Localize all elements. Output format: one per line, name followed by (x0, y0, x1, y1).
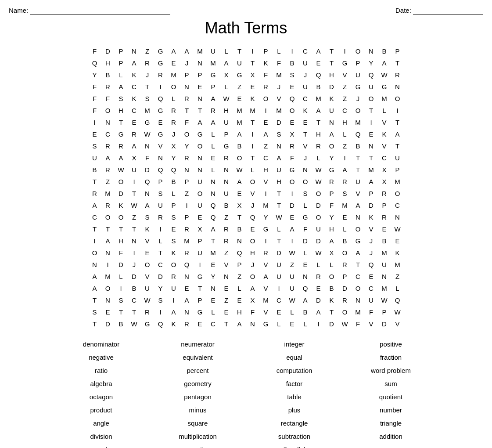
name-label: Name: (9, 7, 28, 14)
grid-cell-4-2: S (115, 93, 128, 105)
grid-cell-23-20: F (352, 318, 365, 330)
grid-cell-16-14: T (273, 235, 286, 247)
grid-cell-10-6: Q (167, 164, 180, 176)
grid-cell-5-22: L (378, 105, 391, 116)
word-item-2-2: computation (246, 365, 343, 376)
word-item-5-0: product (53, 405, 150, 415)
grid-cell-6-12: T (246, 116, 259, 128)
grid-cell-17-22: M (378, 247, 391, 259)
grid-cell-6-4: G (141, 116, 154, 128)
grid-cell-9-8: N (194, 152, 207, 164)
grid-cell-3-5: I (154, 81, 167, 93)
grid-cell-9-10: R (220, 152, 233, 164)
grid-cell-7-0: E (88, 128, 101, 140)
grid-cell-5-2: H (115, 105, 128, 116)
grid-cell-3-0: F (88, 81, 101, 93)
grid-cell-22-1: E (101, 306, 115, 318)
grid-cell-4-9: A (207, 93, 220, 105)
grid-cell-11-10: N (220, 176, 233, 188)
grid-cell-13-9: Q (207, 199, 220, 211)
grid-cell-18-21: Q (365, 259, 378, 271)
grid-cell-1-0: Q (88, 57, 101, 69)
grid-cell-6-19: H (338, 116, 352, 128)
grid-cell-19-14: U (273, 271, 286, 282)
grid-cell-20-17: E (312, 282, 325, 294)
grid-cell-7-3: R (128, 128, 141, 140)
grid-cell-11-3: I (128, 176, 141, 188)
grid-row-15: TTTTKIERXARBEGLAFUHLOVEW (88, 223, 404, 235)
grid-cell-20-19: D (338, 282, 352, 294)
grid-cell-11-6: B (167, 176, 180, 188)
grid-cell-6-5: E (154, 116, 167, 128)
grid-cell-6-21: I (365, 116, 378, 128)
grid-cell-8-0: S (88, 140, 101, 152)
grid-cell-13-21: D (365, 199, 378, 211)
grid-cell-11-2: O (115, 176, 128, 188)
grid-cell-13-7: I (180, 199, 194, 211)
grid-cell-12-2: D (115, 188, 128, 199)
grid-cell-7-8: G (194, 128, 207, 140)
grid-cell-4-0: F (88, 93, 101, 105)
grid-cell-23-2: B (115, 318, 128, 330)
grid-cell-6-11: M (233, 116, 246, 128)
grid-cell-10-1: R (101, 164, 115, 176)
grid-cell-0-9: U (207, 45, 220, 57)
grid-cell-13-17: D (312, 199, 325, 211)
grid-cell-7-4: W (141, 128, 154, 140)
grid-cell-15-7: R (180, 223, 194, 235)
grid-cell-8-16: V (299, 140, 312, 152)
grid-cell-23-17: I (312, 318, 325, 330)
grid-cell-10-10: N (220, 164, 233, 176)
grid-cell-5-0: F (88, 105, 101, 116)
grid-cell-6-3: E (128, 116, 141, 128)
grid-cell-15-17: U (312, 223, 325, 235)
grid-cell-19-13: A (259, 271, 273, 282)
grid-cell-16-18: A (325, 235, 338, 247)
grid-cell-9-4: F (141, 152, 154, 164)
grid-cell-16-0: I (88, 235, 101, 247)
grid-cell-20-18: B (325, 282, 338, 294)
grid-cell-6-13: E (259, 116, 273, 128)
grid-cell-3-11: Z (233, 81, 246, 93)
grid-cell-23-11: A (233, 318, 246, 330)
grid-cell-14-5: R (154, 211, 167, 223)
grid-cell-12-15: I (286, 188, 299, 199)
grid-cell-1-18: T (325, 57, 338, 69)
grid-cell-23-10: T (220, 318, 233, 330)
word-item-7-3: addition (343, 431, 439, 442)
grid-cell-5-10: H (220, 105, 233, 116)
grid-cell-12-8: O (194, 188, 207, 199)
grid-cell-8-2: R (115, 140, 128, 152)
grid-cell-17-6: K (167, 247, 180, 259)
grid-cell-17-20: A (352, 247, 365, 259)
grid-cell-17-18: X (325, 247, 338, 259)
grid-cell-14-19: E (338, 211, 352, 223)
grid-cell-4-4: S (141, 93, 154, 105)
grid-cell-19-3: D (128, 271, 141, 282)
grid-cell-11-9: N (207, 176, 220, 188)
grid-cell-13-4: A (141, 199, 154, 211)
word-item-6-1: square (150, 418, 246, 429)
grid-cell-18-18: L (325, 259, 338, 271)
grid-cell-1-10: A (220, 57, 233, 69)
grid-row-16: IAHNVLSMPTRNOITIDDABGJBE (88, 235, 404, 247)
grid-cell-13-22: P (378, 199, 391, 211)
word-item-1-0: negative (53, 352, 150, 363)
grid-cell-6-17: T (312, 116, 325, 128)
grid-cell-0-11: T (233, 45, 246, 57)
grid-cell-17-10: Z (220, 247, 233, 259)
grid-cell-21-19: R (338, 294, 352, 306)
grid-cell-14-21: K (365, 211, 378, 223)
grid-cell-21-7: A (180, 294, 194, 306)
grid-cell-18-13: V (259, 259, 273, 271)
grid-cell-16-4: V (141, 235, 154, 247)
grid-cell-3-8: E (194, 81, 207, 93)
grid-cell-12-3: T (128, 188, 141, 199)
grid-cell-16-20: G (352, 235, 365, 247)
grid-cell-18-22: U (378, 259, 391, 271)
word-item-4-0: octagon (53, 391, 150, 402)
grid-cell-20-8: T (194, 282, 207, 294)
grid-cell-7-20: Q (352, 128, 365, 140)
grid-cell-7-21: E (365, 128, 378, 140)
grid-cell-12-9: N (207, 188, 220, 199)
